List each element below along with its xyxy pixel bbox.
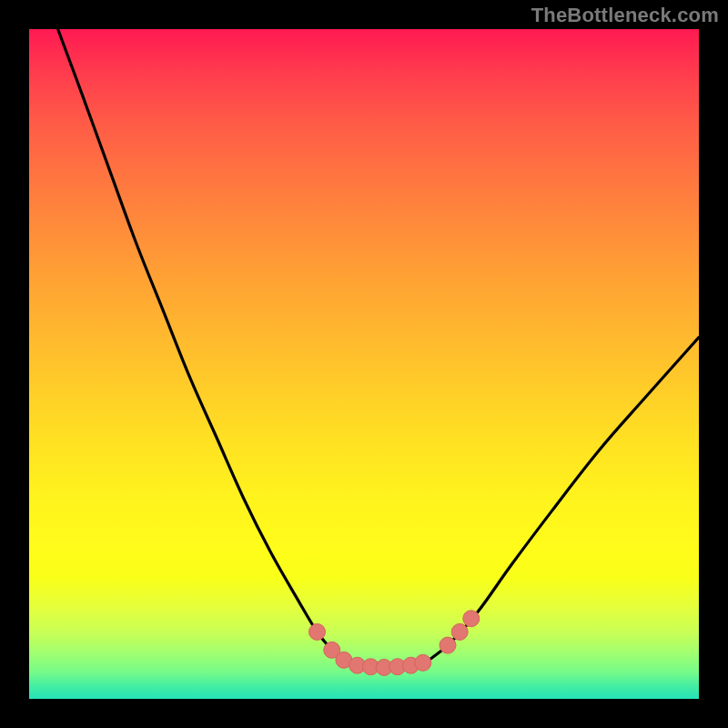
marker-group [309, 611, 480, 676]
bottleneck-curve [58, 29, 699, 667]
curve-layer [29, 29, 699, 699]
curve-marker [463, 611, 480, 627]
curve-marker [309, 623, 326, 640]
chart-frame: TheBottleneck.com [0, 0, 728, 728]
curve-marker [415, 654, 431, 671]
curve-marker [451, 623, 468, 640]
plot-area [29, 29, 699, 699]
watermark-text: TheBottleneck.com [531, 4, 719, 27]
curve-marker [440, 637, 456, 653]
